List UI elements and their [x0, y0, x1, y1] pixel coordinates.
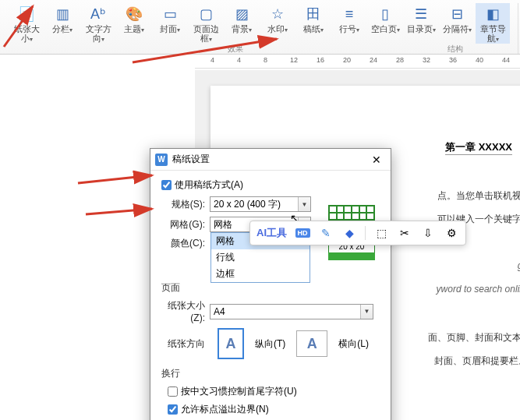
ribbon-文字方向[interactable]: Aᵇ文字方向▾ — [81, 3, 115, 44]
ribbon-icon: ◧ — [484, 5, 501, 23]
ribbon-icon: ≡ — [341, 5, 358, 23]
chevron-down-icon: ▼ — [298, 197, 310, 211]
ribbon-icon: Aᵇ — [90, 5, 107, 23]
ribbon-水印[interactable]: ☆水印▾ — [260, 3, 295, 44]
grid-option[interactable]: 边框 — [211, 266, 310, 282]
landscape-option[interactable]: A — [296, 330, 327, 357]
ribbon-icon: 📄 — [18, 5, 35, 23]
svg-line-2 — [78, 175, 152, 183]
orientation-label: 纸张方向 — [161, 337, 205, 351]
dialog-title: 稿纸设置 — [172, 153, 367, 166]
ribbon-toolbar: 📄纸张大小▾▥分栏▾Aᵇ文字方向▾🎨主题▾▭封面▾▢页面边框▾▨背景▾☆水印▾田… — [0, 0, 520, 55]
spec-label: 规格(S): — [161, 198, 205, 211]
ribbon-icon: ▯ — [377, 5, 394, 23]
ribbon-icon: ▨ — [233, 5, 250, 23]
download-icon[interactable]: ⇩ — [420, 225, 436, 241]
group-label-struct: 结构 — [440, 44, 471, 55]
paper-size-combo[interactable]: A4 ▼ — [210, 304, 373, 319]
ribbon-背景[interactable]: ▨背景▾ — [225, 3, 259, 44]
hd-badge-icon[interactable]: HD — [295, 225, 310, 241]
crop-icon[interactable]: ✂ — [397, 225, 412, 241]
spec-combo[interactable]: 20 x 20 (400 字) ▼ — [210, 196, 311, 212]
app-icon: W — [155, 154, 168, 166]
ribbon-纸张大小[interactable]: 📄纸张大小▾ — [9, 3, 44, 44]
ai-toolbar[interactable]: AI工具 HD ✎ ◆ ⬚ ✂ ⇩ ⚙ — [249, 221, 466, 245]
page-heading: 第一章 XXXXX — [445, 140, 512, 155]
ribbon-页面边框[interactable]: ▢页面边框▾ — [189, 3, 223, 44]
ribbon-章节导航[interactable]: ◧章节导航▾ — [476, 3, 510, 44]
ribbon-分隔符[interactable]: ⊟分隔符▾ — [440, 3, 474, 44]
settings-icon[interactable]: ⚙ — [444, 225, 459, 241]
svg-line-3 — [86, 209, 152, 214]
grid-label: 网格(G): — [161, 218, 205, 231]
ribbon-分栏[interactable]: ▥分栏▾ — [45, 3, 80, 44]
wrap-section-label: 换行 — [161, 367, 380, 380]
ribbon-目录页[interactable]: ☰目录页▾ — [404, 3, 438, 44]
ribbon-icon: 🎨 — [126, 5, 143, 23]
magic-wand-icon[interactable]: ✎ — [318, 225, 334, 241]
ribbon-icon: ⊟ — [448, 5, 465, 23]
ribbon-行号[interactable]: ≡行号▾ — [332, 3, 366, 44]
close-icon[interactable]: ✕ — [367, 152, 386, 168]
portrait-option[interactable]: A — [218, 328, 244, 359]
preview-bar — [328, 252, 375, 260]
ribbon-空白页[interactable]: ▯空白页▾ — [368, 3, 402, 44]
chevron-down-icon: ▼ — [360, 305, 373, 319]
ribbon-封面[interactable]: ▭封面▾ — [153, 3, 187, 44]
ribbon-稿纸[interactable]: 田稿纸▾ — [296, 3, 331, 44]
grid-option[interactable]: 行线 — [211, 249, 310, 266]
use-manuscript-checkbox[interactable] — [161, 180, 172, 190]
group-label-effect: 效果 — [212, 44, 259, 55]
cjk-rule-checkbox[interactable] — [168, 386, 178, 397]
ribbon-icon: ▢ — [197, 5, 214, 23]
ribbon-主题[interactable]: 🎨主题▾ — [117, 3, 151, 44]
ribbon-icon: ▥ — [54, 5, 71, 23]
overflow-checkbox[interactable] — [168, 404, 178, 415]
manuscript-settings-dialog: W 稿纸设置 ✕ 使用稿纸方式(A) 规格(S): 20 x 20 (400 字… — [150, 148, 391, 420]
ribbon-icon: ☆ — [269, 5, 286, 23]
ai-tools-label[interactable]: AI工具 — [256, 226, 287, 240]
paper-size-label: 纸张大小(Z): — [161, 299, 205, 323]
dialog-titlebar[interactable]: W 稿纸设置 ✕ — [150, 149, 391, 171]
ribbon-icon: ☰ — [412, 5, 430, 23]
color-label: 颜色(C): — [161, 237, 205, 250]
ribbon-icon: ▭ — [161, 5, 179, 23]
page-section-label: 页面 — [161, 281, 380, 295]
ribbon-icon: 田 — [305, 5, 322, 23]
select-icon[interactable]: ⬚ — [373, 225, 389, 241]
use-manuscript-label: 使用稿纸方式(A) — [175, 178, 243, 192]
eraser-icon[interactable]: ◆ — [341, 225, 357, 241]
horizontal-ruler: 448121620242832364044 — [195, 55, 520, 69]
